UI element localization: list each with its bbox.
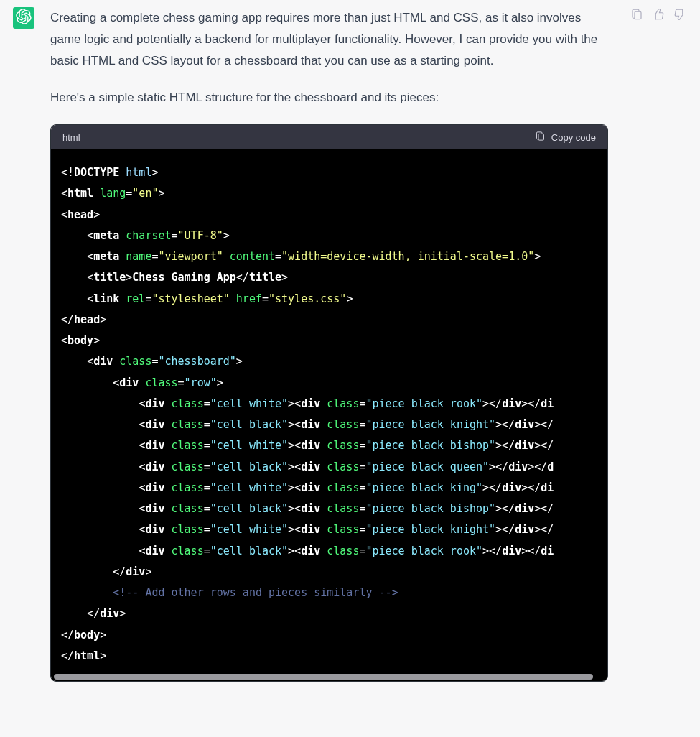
paragraph-1: Creating a complete chess gaming app req… <box>50 7 608 71</box>
copy-code-label: Copy code <box>551 132 596 143</box>
message-actions <box>630 7 687 682</box>
thumbs-up-button[interactable] <box>651 9 666 23</box>
code-header: html Copy code <box>51 125 607 149</box>
thumbs-down-icon <box>673 8 686 24</box>
thumbs-up-icon <box>652 8 665 24</box>
paragraph-2: Here's a simple static HTML structure fo… <box>50 87 608 108</box>
horizontal-scrollbar[interactable] <box>54 674 593 680</box>
openai-logo-icon <box>16 9 32 27</box>
code-content: <!DOCTYPE html> <html lang="en"> <head> … <box>61 162 597 667</box>
svg-rect-0 <box>538 134 544 140</box>
svg-rect-1 <box>635 11 641 19</box>
clipboard-icon <box>630 8 643 24</box>
assistant-message: Creating a complete chess gaming app req… <box>0 0 700 689</box>
code-block: html Copy code <!DOCTYPE html> <html lan… <box>50 124 608 682</box>
message-content: Creating a complete chess gaming app req… <box>50 7 614 682</box>
code-body[interactable]: <!DOCTYPE html> <html lang="en"> <head> … <box>51 149 607 681</box>
clipboard-icon <box>535 131 546 144</box>
copy-message-button[interactable] <box>630 9 644 23</box>
assistant-avatar <box>13 7 34 29</box>
copy-code-button[interactable]: Copy code <box>535 131 596 144</box>
code-language-label: html <box>62 132 80 143</box>
thumbs-down-button[interactable] <box>673 9 687 23</box>
